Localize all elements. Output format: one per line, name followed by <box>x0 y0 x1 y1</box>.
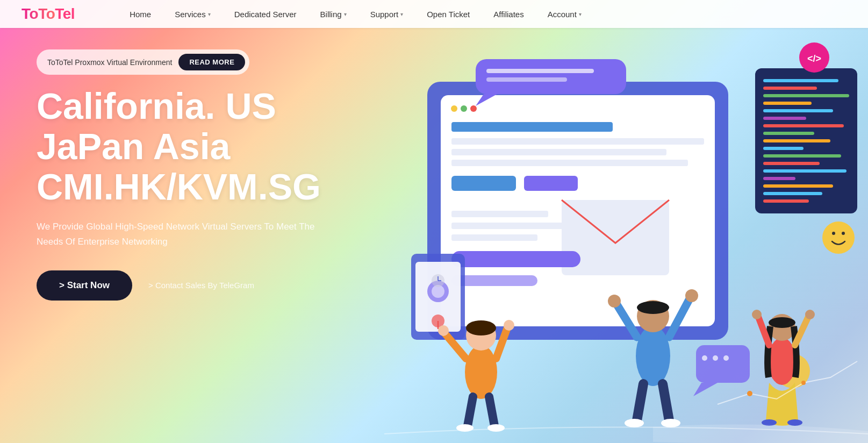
read-more-button[interactable]: READ MORE <box>178 54 245 70</box>
svg-rect-14 <box>451 234 537 241</box>
svg-rect-24 <box>763 94 849 97</box>
svg-rect-10 <box>524 176 578 191</box>
svg-point-76 <box>685 289 698 302</box>
svg-point-79 <box>625 419 644 427</box>
svg-rect-17 <box>476 59 626 94</box>
hero-illustration: </> @ <box>384 28 868 443</box>
svg-point-64 <box>438 325 449 336</box>
svg-point-86 <box>752 310 762 319</box>
svg-rect-8 <box>451 160 688 166</box>
svg-line-78 <box>663 384 669 420</box>
svg-point-4 <box>470 105 477 112</box>
svg-rect-33 <box>763 162 820 165</box>
svg-point-48 <box>713 355 718 361</box>
svg-line-77 <box>637 384 643 420</box>
svg-point-41 <box>822 222 855 254</box>
nav-item-dedicated-server[interactable]: Dedicated Server <box>223 0 309 28</box>
svg-marker-50 <box>693 383 718 396</box>
svg-rect-32 <box>763 154 841 158</box>
svg-rect-46 <box>696 345 750 383</box>
svg-point-70 <box>636 326 670 386</box>
svg-rect-25 <box>763 102 812 105</box>
svg-point-61 <box>466 320 496 335</box>
svg-rect-27 <box>763 117 806 120</box>
svg-point-69 <box>487 424 505 432</box>
chevron-down-icon: ▾ <box>344 11 347 17</box>
nav-item-support[interactable]: Support ▾ <box>358 0 415 28</box>
announcement-text: ToToTel Proxmox Virtual Environment <box>47 58 172 67</box>
nav-item-home[interactable]: Home <box>118 0 163 28</box>
svg-point-83 <box>769 317 795 328</box>
svg-point-43 <box>842 232 845 235</box>
svg-point-87 <box>805 310 815 319</box>
svg-point-59 <box>465 345 497 399</box>
nav-item-services[interactable]: Services ▾ <box>163 0 223 28</box>
svg-rect-20 <box>486 77 567 82</box>
hero-subtitle: We Provide Global High-Speed Network Vir… <box>37 219 321 248</box>
announcement-bar: ToToTel Proxmox Virtual Environment READ… <box>37 49 249 75</box>
svg-rect-29 <box>763 132 814 135</box>
hero-buttons: > Start Now > Contact Sales By TeleGram <box>37 270 321 301</box>
svg-rect-38 <box>763 199 809 203</box>
start-now-button[interactable]: > Start Now <box>37 270 132 301</box>
svg-rect-36 <box>763 184 833 188</box>
svg-point-47 <box>702 355 707 361</box>
svg-point-42 <box>832 232 835 235</box>
svg-rect-26 <box>763 109 833 112</box>
svg-point-89 <box>787 419 802 426</box>
svg-rect-7 <box>451 149 666 155</box>
hero-section: ToToTel Proxmox Virtual Environment READ… <box>0 0 868 443</box>
chevron-down-icon: ▾ <box>400 11 403 17</box>
navbar: ToToTel Home Services ▾ Dedicated Server… <box>0 0 868 28</box>
svg-rect-31 <box>763 147 804 150</box>
chevron-down-icon: ▾ <box>208 11 211 17</box>
nav-item-billing[interactable]: Billing ▾ <box>309 0 358 28</box>
hero-title: California. US JaPan Asia CMI.HK/KVM.SG <box>37 86 321 206</box>
svg-point-65 <box>504 320 514 331</box>
svg-rect-6 <box>451 138 704 145</box>
svg-rect-28 <box>763 124 844 127</box>
chevron-down-icon: ▾ <box>579 11 582 17</box>
nav-item-open-ticket[interactable]: Open Ticket <box>415 0 482 28</box>
svg-point-2 <box>451 105 457 112</box>
svg-point-90 <box>747 391 752 396</box>
svg-rect-15 <box>451 251 580 267</box>
svg-rect-12 <box>451 211 548 217</box>
logo-part1: ToTo <box>21 5 55 22</box>
svg-rect-35 <box>763 177 795 180</box>
hero-svg: </> @ <box>384 28 868 443</box>
nav-item-account[interactable]: Account ▾ <box>536 0 593 28</box>
svg-rect-37 <box>763 192 822 195</box>
svg-rect-9 <box>451 176 516 191</box>
svg-rect-23 <box>763 87 817 90</box>
hero-content: California. US JaPan Asia CMI.HK/KVM.SG … <box>37 86 321 301</box>
svg-rect-19 <box>486 69 594 73</box>
svg-rect-34 <box>763 169 847 173</box>
svg-rect-13 <box>451 223 570 229</box>
contact-telegram-link[interactable]: > Contact Sales By TeleGram <box>148 281 254 290</box>
svg-point-49 <box>723 355 729 361</box>
svg-rect-22 <box>763 79 838 82</box>
svg-point-75 <box>608 295 621 308</box>
nav-links: Home Services ▾ Dedicated Server Billing… <box>118 0 847 28</box>
logo-part2: Tel <box>55 5 75 22</box>
svg-rect-5 <box>451 122 613 132</box>
logo[interactable]: ToToTel <box>21 5 75 23</box>
svg-text:</>: </> <box>807 53 821 64</box>
svg-rect-30 <box>763 139 830 142</box>
illustration-container: </> @ <box>384 28 868 443</box>
svg-line-66 <box>468 397 473 426</box>
svg-point-3 <box>461 105 467 112</box>
nav-item-affiliates[interactable]: Affiliates <box>482 0 535 28</box>
svg-line-67 <box>489 397 494 426</box>
svg-point-91 <box>801 381 806 385</box>
svg-point-72 <box>637 301 669 314</box>
